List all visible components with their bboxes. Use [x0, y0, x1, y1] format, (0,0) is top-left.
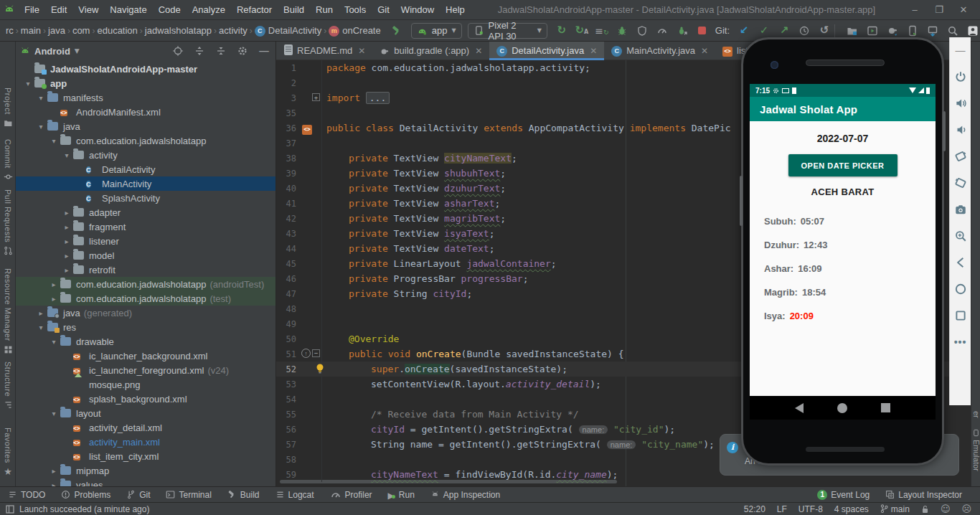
build-hammer-icon[interactable] [390, 24, 404, 38]
settings-gear-button[interactable] [235, 44, 250, 58]
menu-window[interactable]: Window [395, 0, 440, 20]
git-push-button[interactable]: ↗ [777, 24, 791, 38]
layout-inspector-button[interactable]: Layout Inspector [877, 487, 970, 503]
coverage-button[interactable] [635, 24, 649, 38]
tree-item-jadwalsholatandroidapp-master[interactable]: JadwalSholatAndroidApp-master [16, 62, 275, 76]
chevron-down-icon[interactable]: ▾ [47, 410, 60, 417]
tool-stripe-resource-manager[interactable]: Resource Manager [0, 268, 16, 354]
emulator-volume-down-icon[interactable] [953, 123, 968, 137]
emulator-power-icon[interactable] [953, 70, 968, 84]
chevron-right-icon[interactable]: ▸ [34, 309, 47, 317]
caret-position[interactable]: 52:20 [744, 504, 765, 514]
menu-help[interactable]: Help [440, 0, 471, 20]
tree-item-com-education-jadwalsholatapp[interactable]: ▸com.education.jadwalsholatapp(androidTe… [16, 277, 275, 291]
chevron-right-icon[interactable]: ▸ [47, 280, 60, 288]
menu-git[interactable]: Git [372, 0, 395, 20]
tool-window-todo[interactable]: TODO [0, 487, 53, 503]
chevron-down-icon[interactable]: ▾ [34, 323, 47, 331]
tool-window-terminal[interactable]: Terminal [158, 487, 219, 503]
overview-icon[interactable] [881, 403, 890, 412]
emulator-volume-up-icon[interactable] [953, 96, 968, 110]
tool-window-logcat[interactable]: Logcat [268, 487, 322, 503]
emulator-more-dots-icon[interactable]: ••• [953, 335, 968, 349]
emulator-home-icon[interactable] [953, 282, 968, 296]
menu-refactor[interactable]: Refactor [231, 0, 278, 20]
tree-item-activity[interactable]: ▾activity [16, 148, 275, 162]
menu-edit[interactable]: Edit [45, 0, 72, 20]
status-message[interactable]: Launch succeeded (a minute ago) [19, 504, 149, 514]
profile-avatar-button[interactable] [966, 24, 980, 38]
git-branch[interactable]: main [880, 504, 910, 514]
tool-stripe-project[interactable]: Project [0, 88, 16, 128]
search-everywhere-button[interactable] [946, 24, 960, 38]
tree-item-adapter[interactable]: ▸adapter [16, 205, 275, 219]
rerun-button[interactable]: ↻ [555, 24, 569, 38]
tree-item-java[interactable]: ▾java [16, 119, 275, 133]
tree-item-res[interactable]: ▾res [16, 320, 275, 334]
home-icon[interactable] [837, 403, 847, 413]
breadcrumb-item[interactable]: jadwalsholatapp [145, 25, 212, 36]
tree-item-mainactivity[interactable]: CMainActivity [16, 176, 275, 191]
menu-analyze[interactable]: Analyze [187, 0, 231, 20]
breadcrumb-item[interactable]: activity [219, 25, 248, 36]
line-separator[interactable]: LF [777, 504, 787, 514]
emulator-screenshot-camera-icon[interactable] [953, 202, 968, 217]
chevron-right-icon[interactable]: ▸ [60, 223, 73, 231]
hide-panel-button[interactable]: — [257, 44, 271, 58]
menu-file[interactable]: File [19, 0, 45, 20]
event-log-button[interactable]: 1Event Log [809, 487, 877, 503]
expand-all-button[interactable] [192, 44, 207, 58]
emulator-back-icon[interactable] [953, 255, 968, 270]
tool-stripe-emulator[interactable]: Emulator [971, 429, 980, 471]
git-update-project-button[interactable]: ↙ [737, 24, 751, 38]
chevron-down-icon[interactable]: ▾ [60, 151, 73, 159]
device-manager-button[interactable] [905, 24, 920, 38]
tree-item-model[interactable]: ▸model [16, 248, 275, 263]
tree-item-ic-launcher-foreground-xml[interactable]: <>ic_launcher_foreground.xml(v24) [16, 363, 275, 377]
chevron-right-icon[interactable]: ▸ [60, 209, 73, 217]
target-device-select[interactable]: Pixel 2 API 30▼ [468, 23, 547, 39]
reader-mode-icon[interactable]: ☹ [961, 504, 971, 514]
menu-build[interactable]: Build [278, 0, 310, 20]
debug-button[interactable] [615, 24, 629, 38]
chevron-down-icon[interactable]: ▾ [34, 94, 47, 102]
apply-code-changes-button[interactable]: ≡↻ [595, 24, 609, 38]
highlighting-level-icon[interactable]: ☺ [941, 504, 951, 514]
device-file-explorer-button[interactable] [845, 24, 859, 38]
breadcrumb-item[interactable]: education [97, 25, 137, 36]
tool-stripe-er[interactable]: er [971, 411, 980, 418]
chevron-right-icon[interactable]: ▸ [47, 467, 60, 475]
breadcrumb-item[interactable]: rc [6, 25, 14, 36]
lock-icon[interactable] [921, 505, 929, 514]
tool-stripe-favorites[interactable]: Favorites★ [0, 427, 16, 476]
tree-item-activity-detail-xml[interactable]: <>activity_detail.xml [16, 420, 275, 435]
tree-item-app[interactable]: ▾app [16, 76, 275, 90]
run-configuration-select[interactable]: app▼ [411, 23, 462, 39]
close-tab-icon[interactable]: ✕ [475, 46, 482, 56]
stop-button[interactable] [695, 24, 710, 38]
sdk-manager-button[interactable] [925, 24, 940, 38]
menu-run[interactable]: Run [310, 0, 339, 20]
editor-tab-build-gradle-app-[interactable]: build.gradle (:app)✕ [372, 42, 489, 60]
chevron-down-icon[interactable]: ▾ [34, 123, 47, 131]
close-tab-icon[interactable]: ✕ [701, 46, 708, 56]
tree-item-activity-main-xml[interactable]: <>activity_main.xml [16, 435, 275, 449]
indent-setting[interactable]: 4 spaces [834, 504, 869, 514]
tree-item-drawable[interactable]: ▾drawable [16, 334, 275, 349]
chevron-right-icon[interactable]: ▸ [60, 237, 73, 245]
file-encoding[interactable]: UTF-8 [798, 504, 823, 514]
breadcrumb-item[interactable]: com [72, 25, 90, 36]
project-view-selector[interactable]: Android ▼ [20, 46, 80, 57]
tree-item-java[interactable]: ▸java(generated) [16, 306, 275, 320]
chevron-down-icon[interactable]: ▾ [47, 338, 60, 346]
editor-tab-detailactivity-java[interactable]: CDetailActivity.java✕ [489, 42, 604, 60]
chevron-right-icon[interactable]: ▸ [60, 266, 73, 274]
close-tab-icon[interactable]: ✕ [590, 46, 597, 56]
running-devices-button[interactable] [865, 24, 880, 38]
tree-item-layout[interactable]: ▾layout [16, 406, 275, 420]
tool-window-run[interactable]: ▶Run [380, 487, 423, 503]
emulator-overview-icon[interactable] [953, 308, 968, 323]
chevron-down-icon[interactable]: ▾ [22, 80, 34, 88]
profiler-button[interactable] [655, 24, 669, 38]
tool-window-build[interactable]: Build [220, 487, 268, 503]
